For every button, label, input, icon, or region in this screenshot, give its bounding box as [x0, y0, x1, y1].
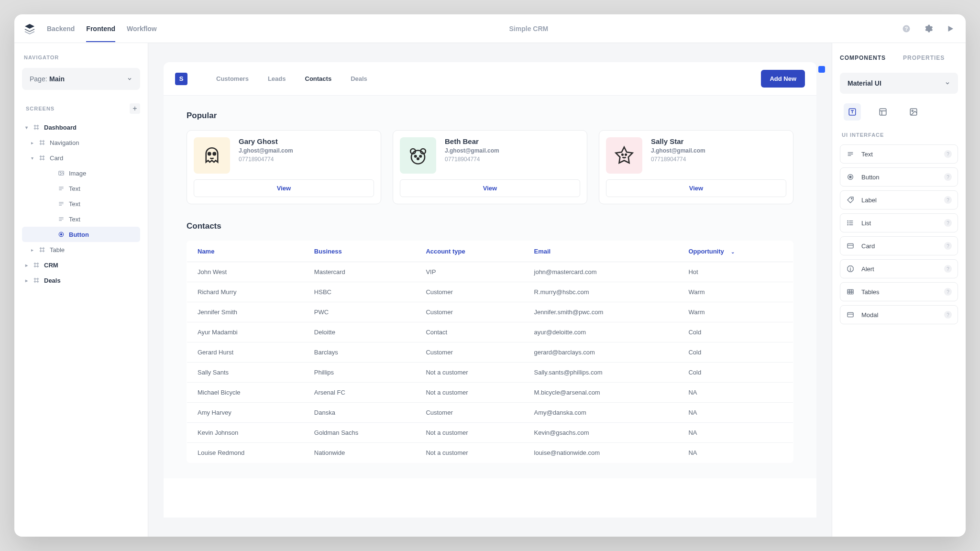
table-row[interactable]: Ayur MadambiDeloitteContactayur@deloitte… [187, 322, 793, 342]
table-row[interactable]: Gerard HurstBarclaysCustomergerard@barcl… [187, 342, 793, 363]
table-cell: Jennifer.smith@pwc.com [524, 302, 678, 322]
table-cell: M.bicycle@arsenal.com [524, 383, 678, 403]
view-button[interactable]: View [606, 179, 786, 197]
add-screen-button[interactable]: + [130, 103, 140, 114]
tree-item-image[interactable]: Image [22, 165, 140, 181]
preview-tab-contacts[interactable]: Contacts [305, 75, 332, 82]
help-badge-icon: ? [944, 265, 952, 273]
table-cell: NA [678, 423, 793, 443]
help-badge-icon: ? [944, 219, 952, 227]
help-badge-icon: ? [944, 311, 952, 319]
component-item-button[interactable]: Button ? [840, 167, 958, 187]
top-bar: BackendFrontendWorkflow Simple CRM ? [14, 14, 966, 43]
right-tab-properties[interactable]: PROPERTIES [903, 55, 945, 61]
tree-item-text[interactable]: Text [22, 196, 140, 211]
text-icon [57, 200, 65, 208]
tree-item-dashboard[interactable]: ▾Dashboard [22, 120, 140, 135]
table-cell: Amy Harvey [187, 403, 304, 423]
play-icon[interactable] [945, 23, 956, 34]
tree-item-button[interactable]: Button [22, 227, 140, 242]
image-mode-icon[interactable] [905, 103, 922, 121]
brand-badge: S [175, 73, 187, 85]
svg-point-5 [60, 233, 62, 235]
tree-item-navigation[interactable]: ▸Navigation [22, 135, 140, 150]
navigator-label: NAVIGATOR [22, 55, 140, 60]
table-header-business[interactable]: Business [304, 241, 416, 262]
canvas[interactable]: S CustomersLeadsContactsDeals Add New Po… [148, 43, 832, 537]
app-title: Simple CRM [157, 25, 901, 33]
preview-tab-customers[interactable]: Customers [216, 75, 249, 82]
tree-item-deals[interactable]: ▸Deals [22, 273, 140, 288]
tree-item-label: Text [69, 216, 80, 223]
table-cell: Jennifer Smith [187, 302, 304, 322]
table-cell: Gerard Hurst [187, 342, 304, 363]
table-cell: Phillips [304, 363, 416, 383]
preview-tab-deals[interactable]: Deals [351, 75, 367, 82]
component-item-tables[interactable]: Tables ? [840, 282, 958, 301]
table-cell: Cold [678, 322, 793, 342]
caret-right-icon: ▸ [24, 263, 29, 268]
top-tab-workflow[interactable]: Workflow [127, 15, 157, 42]
help-icon[interactable]: ? [901, 23, 912, 34]
list-icon [846, 219, 855, 227]
preview-tab-leads[interactable]: Leads [268, 75, 286, 82]
table-cell: NA [678, 443, 793, 463]
text-mode-icon[interactable] [844, 103, 861, 121]
svg-rect-17 [880, 109, 886, 115]
popular-cards: Gary Ghost J.ghost@gmail.com 07718904774… [187, 130, 793, 204]
table-row[interactable]: Jennifer SmithPWCCustomerJennifer.smith@… [187, 302, 793, 322]
table-header-opportunity[interactable]: Opportunity⌄ [678, 241, 793, 262]
component-label: Alert [861, 265, 937, 273]
page-selector[interactable]: Page: Main [22, 68, 140, 90]
component-item-text[interactable]: Text ? [840, 144, 958, 164]
top-tab-backend[interactable]: Backend [47, 15, 75, 42]
component-item-label[interactable]: Label ? [840, 190, 958, 209]
table-row[interactable]: Louise RedmondNationwideNot a customerlo… [187, 443, 793, 463]
table-cell: NA [678, 403, 793, 423]
add-new-button[interactable]: Add New [761, 70, 805, 88]
top-tab-frontend[interactable]: Frontend [86, 15, 115, 42]
selection-handle[interactable] [818, 66, 825, 73]
library-selector[interactable]: Material UI [840, 73, 958, 94]
tree-item-label: Card [50, 154, 63, 162]
card-icon [846, 242, 855, 250]
table-row[interactable]: Michael BicycleArsenal FCNot a customerM… [187, 383, 793, 403]
table-row[interactable]: Amy HarveyDanskaCustomerAmy@danska.comNA [187, 403, 793, 423]
svg-point-6 [208, 153, 210, 155]
table-row[interactable]: Richard MurryHSBCCustomerR.murry@hsbc.co… [187, 282, 793, 302]
svg-point-3 [60, 172, 61, 173]
table-cell: Nationwide [304, 443, 416, 463]
view-button[interactable]: View [194, 179, 374, 197]
tree-item-card[interactable]: ▾Card [22, 150, 140, 165]
table-cell: ayur@deloitte.com [524, 322, 678, 342]
tree-item-text[interactable]: Text [22, 211, 140, 227]
chevron-down-icon: ⌄ [731, 249, 735, 254]
layout-mode-icon[interactable] [874, 103, 892, 121]
table-cell: Customer [415, 403, 523, 423]
right-tab-components[interactable]: COMPONENTS [840, 55, 886, 61]
tree-item-label: Navigation [50, 139, 79, 146]
settings-icon[interactable] [923, 23, 934, 34]
component-item-list[interactable]: List ? [840, 213, 958, 232]
table-header-name[interactable]: Name [187, 241, 304, 262]
table-cell: Deloitte [304, 322, 416, 342]
component-item-card[interactable]: Card ? [840, 236, 958, 255]
component-item-alert[interactable]: Alert ? [840, 259, 958, 278]
table-row[interactable]: John WestMastercardVIPjohn@mastercard.co… [187, 262, 793, 282]
tree-item-crm[interactable]: ▸CRM [22, 257, 140, 273]
table-cell: HSBC [304, 282, 416, 302]
table-header-email[interactable]: Email [524, 241, 678, 262]
tree-item-text[interactable]: Text [22, 181, 140, 196]
tree-item-table[interactable]: ▸Table [22, 242, 140, 257]
table-header-account-type[interactable]: Account type [415, 241, 523, 262]
table-cell: john@mastercard.com [524, 262, 678, 282]
component-list: Text ? Button ? Label ? List ? Card ? Al… [840, 144, 958, 324]
table-row[interactable]: Kevin JohnsonGoldman SachsNot a customer… [187, 423, 793, 443]
component-item-modal[interactable]: Modal ? [840, 305, 958, 324]
ghost-icon [194, 137, 230, 174]
table-row[interactable]: Sally SantsPhillipsNot a customerSally.s… [187, 363, 793, 383]
view-button[interactable]: View [400, 179, 580, 197]
table-cell: Warm [678, 302, 793, 322]
table-icon [846, 287, 855, 296]
radio-icon [846, 173, 855, 181]
